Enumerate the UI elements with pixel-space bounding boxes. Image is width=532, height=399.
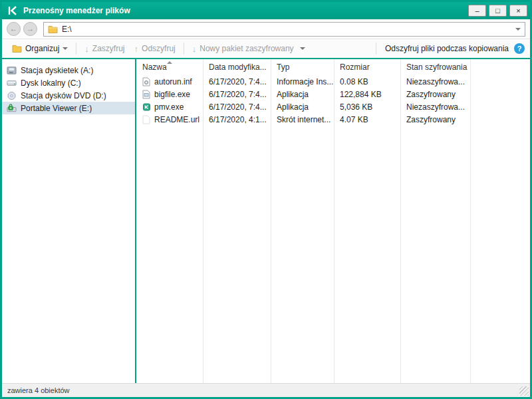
column-header-modified[interactable]: Data modyfika...: [203, 63, 271, 72]
portable-file-manager-window: Przenośny menedżer plików – □ × ← → E:\ …: [0, 0, 532, 399]
encrypt-button[interactable]: ↓ Zaszyfruj: [80, 41, 129, 57]
file-type: Skrót internet...: [271, 115, 334, 124]
dvd-drive-icon: [7, 91, 17, 100]
new-encrypted-package-button[interactable]: ↓ Nowy pakiet zaszyfrowany: [188, 41, 299, 57]
column-header-size[interactable]: Rozmiar: [334, 63, 400, 72]
kaspersky-logo-icon: [7, 5, 18, 16]
column-gridline: [203, 59, 203, 383]
file-modified: 6/17/2020, 7:4...: [203, 90, 271, 99]
toolbar-separator: [76, 43, 76, 55]
column-header-name[interactable]: Nazwa: [136, 63, 203, 72]
application-file-icon: [142, 90, 151, 99]
decrypt-label: Odszyfruj: [142, 44, 176, 53]
file-size: 0.08 KB: [334, 77, 400, 86]
encrypted-drive-icon: [7, 104, 17, 113]
back-button[interactable]: ←: [7, 22, 21, 36]
internet-shortcut-file-icon: [142, 115, 151, 124]
column-header-type[interactable]: Typ: [271, 63, 334, 72]
minimize-button[interactable]: –: [468, 5, 486, 17]
sidebar-item-label: Portable Viewer (E:): [21, 104, 92, 113]
organize-label: Organizuj: [25, 44, 59, 53]
sidebar-item-label: Stacja dyskietek (A:): [21, 66, 93, 75]
floppy-drive-icon: [7, 66, 17, 75]
chevron-down-icon: [300, 47, 305, 50]
setup-information-file-icon: [142, 77, 151, 86]
status-bar: zawiera 4 obiektów: [2, 383, 530, 397]
drives-sidebar: Stacja dyskietek (A:) Dysk lokalny (C:) …: [2, 59, 135, 383]
arrow-down-icon: ↓: [192, 44, 197, 54]
column-header-encryption[interactable]: Stan szyfrowania: [400, 63, 470, 72]
toolbar-right-group: Odszyfruj pliki podczas kopiowania ?: [372, 43, 525, 55]
sidebar-item-dvd-drive-d[interactable]: Stacja dysków DVD (D:): [2, 89, 135, 102]
content-area: Stacja dyskietek (A:) Dysk lokalny (C:) …: [2, 59, 530, 383]
file-name: autorun.inf: [154, 77, 192, 86]
table-row[interactable]: pmv.exe 6/17/2020, 7:4... Aplikacja 5,03…: [136, 100, 530, 113]
file-name: README.url: [154, 115, 200, 124]
forward-button[interactable]: →: [23, 22, 37, 36]
file-size: 5,036 KB: [334, 102, 400, 112]
titlebar[interactable]: Przenośny menedżer plików – □ ×: [2, 2, 530, 19]
sort-ascending-icon: [167, 61, 172, 64]
toolbar-separator: [376, 43, 376, 55]
decrypt-on-copy-button[interactable]: Odszyfruj pliki podczas kopiowania: [385, 44, 509, 53]
file-encryption-state: Zaszyfrowany: [400, 115, 470, 124]
encrypt-label: Zaszyfruj: [92, 44, 125, 53]
file-encryption-state: Zaszyfrowany: [400, 90, 470, 99]
file-modified: 6/17/2020, 7:4...: [203, 77, 271, 86]
column-header-row: Nazwa Data modyfika... Typ Rozmiar Stan …: [136, 59, 530, 75]
address-bar[interactable]: E:\: [43, 22, 525, 37]
window-title: Przenośny menedżer plików: [23, 6, 130, 15]
sidebar-item-floppy-a[interactable]: Stacja dyskietek (A:): [2, 64, 135, 76]
local-disk-icon: [7, 78, 17, 88]
maximize-button[interactable]: □: [489, 5, 507, 17]
file-type: Aplikacja: [271, 102, 334, 112]
help-icon[interactable]: ?: [514, 43, 525, 54]
sidebar-item-local-disk-c[interactable]: Dysk lokalny (C:): [2, 76, 135, 89]
table-row[interactable]: bigfile.exe 6/17/2020, 7:4... Aplikacja …: [136, 88, 530, 100]
column-gridline: [470, 59, 471, 383]
column-gridline: [271, 59, 271, 383]
folder-icon: [48, 25, 58, 33]
file-name: bigfile.exe: [154, 90, 190, 99]
window-controls: – □ ×: [468, 5, 527, 17]
navigation-bar: ← → E:\: [2, 19, 530, 39]
file-type: Informacje Ins...: [271, 77, 334, 86]
file-name: pmv.exe: [154, 102, 184, 112]
status-text: zawiera 4 obiektów: [7, 386, 70, 394]
table-row[interactable]: autorun.inf 6/17/2020, 7:4... Informacje…: [136, 75, 530, 88]
decrypt-button[interactable]: ↑ Odszyfruj: [130, 41, 180, 57]
sidebar-item-label: Dysk lokalny (C:): [21, 78, 81, 88]
folder-icon: [12, 45, 22, 53]
file-list: Nazwa Data modyfika... Typ Rozmiar Stan …: [136, 59, 530, 383]
organize-button[interactable]: Organizuj: [7, 41, 72, 56]
address-text: E:\: [62, 25, 72, 34]
file-modified: 6/17/2020, 4:1...: [203, 115, 271, 124]
close-button[interactable]: ×: [509, 5, 527, 17]
new-package-label: Nowy pakiet zaszyfrowany: [200, 44, 293, 53]
organize-dropdown-icon: [63, 47, 68, 50]
toolbar-separator: [184, 43, 184, 55]
table-row[interactable]: README.url 6/17/2020, 4:1... Skrót inter…: [136, 113, 530, 126]
sidebar-item-portable-viewer-e[interactable]: Portable Viewer (E:): [2, 102, 135, 114]
address-dropdown-icon[interactable]: [515, 28, 521, 31]
sidebar-item-label: Stacja dysków DVD (D:): [21, 91, 106, 100]
new-package-dropdown[interactable]: [299, 45, 310, 53]
arrow-up-icon: ↑: [134, 44, 139, 54]
column-gridline: [400, 59, 401, 383]
arrow-down-icon: ↓: [84, 44, 89, 54]
resize-grip[interactable]: [519, 386, 529, 396]
file-modified: 6/17/2020, 7:4...: [203, 102, 271, 112]
application-file-icon: [142, 102, 151, 112]
column-gridline: [334, 59, 334, 383]
toolbar: Organizuj ↓ Zaszyfruj ↑ Odszyfruj ↓ Nowy…: [2, 39, 530, 59]
file-size: 4.07 KB: [334, 115, 400, 124]
file-encryption-state: Niezaszyfrowa...: [400, 77, 470, 86]
file-encryption-state: Niezaszyfrowa...: [400, 102, 470, 112]
file-type: Aplikacja: [271, 90, 334, 99]
file-size: 122,884 KB: [334, 90, 400, 99]
